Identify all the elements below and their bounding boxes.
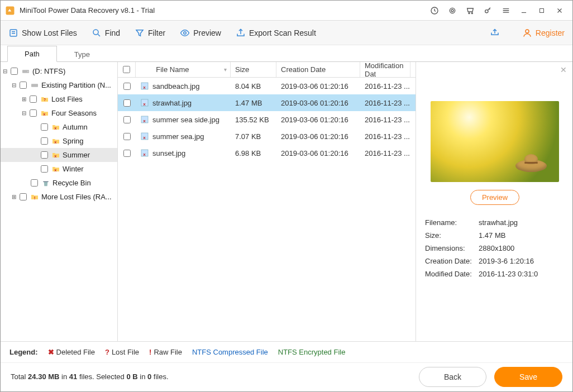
show-lost-files-button[interactable]: Show Lost Files: [8, 28, 77, 38]
file-size: 6.98 KB: [235, 149, 261, 157]
header-modified-label: Modification Dat: [365, 61, 410, 78]
legend-lost-text: Lost File: [112, 348, 139, 356]
tree-root[interactable]: ⊟ (D: NTFS): [1, 64, 117, 78]
tab-path-label: Path: [25, 50, 40, 58]
tab-type-label: Type: [74, 50, 90, 59]
row-checkbox[interactable]: [123, 83, 131, 90]
header-checkbox-col[interactable]: [118, 62, 136, 77]
folder-deleted-icon: x: [51, 151, 60, 160]
row-checkbox[interactable]: [123, 150, 131, 157]
header-size[interactable]: Size: [231, 62, 276, 77]
tree-checkbox[interactable]: [20, 82, 27, 89]
tree-label: Winter: [63, 165, 84, 173]
row-checkbox[interactable]: [123, 116, 131, 123]
svg-text:x: x: [143, 118, 146, 123]
register-button[interactable]: Register: [522, 28, 565, 38]
export-label: Export Scan Result: [249, 28, 316, 37]
export-icon: [236, 28, 246, 38]
folder-deleted-icon: x: [51, 137, 60, 146]
tree-summer[interactable]: x Summer: [1, 148, 117, 162]
tree-winter[interactable]: x Winter: [1, 162, 117, 176]
tree-checkbox[interactable]: [30, 109, 37, 117]
clock-icon[interactable]: [429, 6, 440, 16]
preview-btn-label: Preview: [482, 193, 508, 202]
tree-more-lost[interactable]: ⊞ ! More Lost Files (RA...: [1, 190, 117, 204]
tree-label: Autumn: [63, 123, 88, 131]
tree-checkbox[interactable]: [11, 68, 18, 75]
header-filename[interactable]: File Name▾: [136, 62, 231, 77]
row-checkbox[interactable]: [123, 99, 131, 107]
expander-icon[interactable]: ⊟: [2, 68, 8, 74]
tree-existing[interactable]: ⊟ Existing Partition (N...: [1, 78, 117, 92]
legend-raw-text: Raw File: [154, 348, 182, 356]
meta-label: Dimensions:: [425, 244, 479, 252]
main-area: ⊟ (D: NTFS) ⊟ Existing Partition (N... ⊞…: [1, 62, 572, 341]
register-label: Register: [536, 28, 565, 37]
svg-text:!: !: [34, 195, 36, 200]
close-preview-icon[interactable]: ✕: [560, 65, 567, 74]
tab-path[interactable]: Path: [7, 46, 57, 62]
find-button[interactable]: Find: [92, 28, 120, 38]
expander-icon[interactable]: ⊞: [21, 96, 27, 102]
minimize-icon[interactable]: [519, 6, 529, 16]
tree-checkbox[interactable]: [30, 95, 37, 103]
file-modified: 2016-11-23 ...: [365, 99, 410, 107]
svg-rect-7: [540, 8, 544, 12]
folder-lost-icon: ?: [40, 95, 49, 104]
close-icon[interactable]: [555, 6, 565, 16]
tree-checkbox[interactable]: [41, 151, 48, 159]
list-row[interactable]: xsummer sea.jpg 7.07 KB 2019-03-06 01:20…: [118, 128, 416, 145]
tree-checkbox[interactable]: [41, 123, 48, 131]
header-checkbox[interactable]: [123, 66, 130, 73]
export-button[interactable]: Export Scan Result: [236, 28, 316, 38]
tab-type[interactable]: Type: [57, 46, 107, 62]
tabs: Path Type: [1, 45, 572, 62]
funnel-icon: [135, 28, 145, 38]
legend-deleted: ✖Deleted File: [48, 348, 95, 356]
open-preview-button[interactable]: Preview: [470, 190, 519, 205]
tree-checkbox[interactable]: [20, 193, 27, 200]
image-deleted-icon: x: [140, 132, 149, 141]
tree-recycle[interactable]: Recycle Bin: [1, 176, 117, 190]
save-label: Save: [519, 372, 537, 381]
tree-label: Existing Partition (N...: [41, 81, 111, 89]
bell-icon[interactable]: [447, 6, 457, 16]
header-created-label: Creation Date: [281, 65, 326, 74]
expander-icon[interactable]: ⊞: [11, 194, 17, 200]
save-button[interactable]: Save: [494, 367, 562, 387]
folder-raw-icon: !: [30, 193, 39, 202]
meta-value: 2019-3-6 1:20:16: [479, 257, 534, 265]
header-created[interactable]: Creation Date: [276, 62, 360, 77]
search-icon: [92, 28, 102, 38]
tree-checkbox[interactable]: [41, 165, 48, 173]
person-icon: [522, 28, 532, 38]
tree-four-seasons[interactable]: ⊟ x Four Seasons: [1, 106, 117, 120]
bottom-bar: Total 24.30 MB in 41 files. Selected 0 B…: [1, 362, 572, 390]
expander-icon[interactable]: ⊟: [21, 110, 27, 116]
list-row[interactable]: xsummer sea side.jpg 135.52 KB 2019-03-0…: [118, 111, 416, 128]
expander-icon[interactable]: ⊟: [11, 82, 17, 88]
list-row[interactable]: xstrawhat.jpg 1.47 MB 2019-03-06 01:20:1…: [118, 94, 416, 111]
header-modified[interactable]: Modification Dat: [360, 62, 410, 77]
list-row[interactable]: xsunset.jpg 6.98 KB 2019-03-06 01:20:16 …: [118, 145, 416, 161]
svg-text:?: ?: [44, 98, 46, 102]
list-row[interactable]: xsandbeach.jpg 8.04 KB 2019-03-06 01:20:…: [118, 78, 416, 94]
row-checkbox[interactable]: [123, 133, 131, 140]
back-button[interactable]: Back: [419, 367, 486, 387]
svg-point-6: [485, 9, 488, 12]
tree-lost-files[interactable]: ⊞ ? Lost Files: [1, 92, 117, 106]
tree-checkbox[interactable]: [31, 179, 38, 187]
preview-button[interactable]: Preview: [180, 28, 221, 38]
tree-autumn[interactable]: x Autumn: [1, 120, 117, 134]
share-icon[interactable]: [490, 27, 500, 39]
key-icon[interactable]: [483, 6, 493, 16]
tree-spring[interactable]: x Spring: [1, 134, 117, 148]
filter-button[interactable]: Filter: [135, 28, 165, 38]
maximize-icon[interactable]: [537, 6, 547, 16]
menu-icon[interactable]: [501, 6, 511, 16]
file-size: 1.47 MB: [235, 99, 262, 107]
cart-icon[interactable]: [465, 6, 475, 16]
list-header: File Name▾ Size Creation Date Modificati…: [118, 62, 416, 78]
tree-checkbox[interactable]: [41, 137, 48, 145]
file-modified: 2016-11-23 ...: [365, 82, 410, 90]
